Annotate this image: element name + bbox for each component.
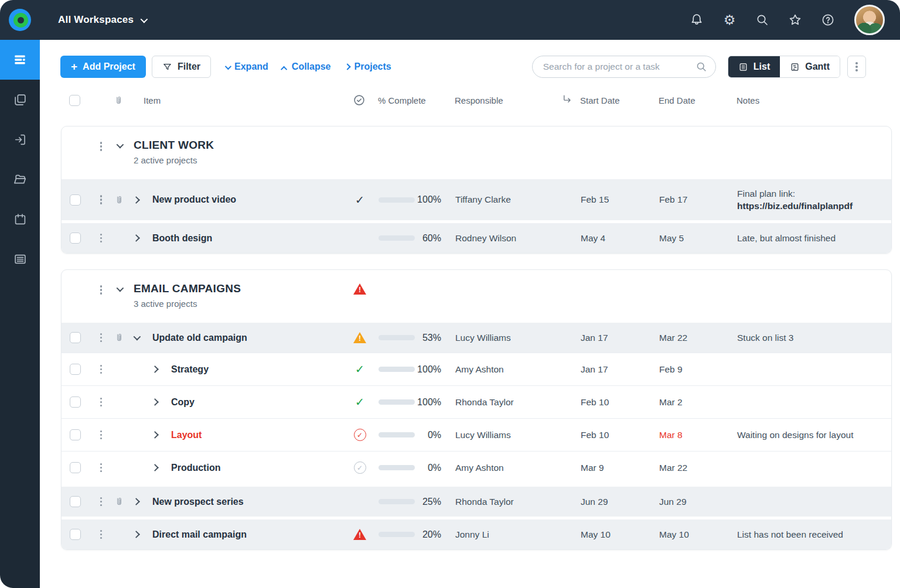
search-icon[interactable] [755,12,770,28]
row-checkbox[interactable] [70,429,81,440]
sidebar-item-project-list[interactable] [0,40,40,80]
kebab-icon[interactable] [100,398,103,407]
task-name[interactable]: Copy [163,397,348,408]
sidebar [0,40,40,588]
chevron-down-icon [225,63,231,70]
sidebar-item-notes[interactable] [0,239,40,279]
filter-button[interactable]: Filter [152,56,211,78]
expand-chevron-icon[interactable] [132,498,140,505]
expand-chevron-icon[interactable] [134,333,141,341]
projects-breadcrumb[interactable]: Projects [345,61,391,72]
expand-chevron-icon[interactable] [151,431,159,439]
progress-bar [379,532,415,537]
chevron-down-icon[interactable] [116,285,124,292]
kebab-icon[interactable] [100,195,103,204]
favorites-star-icon[interactable] [788,12,803,28]
expand-link[interactable]: Expand [225,61,268,72]
task-name[interactable]: Booth design [144,233,348,244]
progress-percent-label: 100% [415,364,441,375]
kebab-icon[interactable] [100,142,103,165]
end-date-column-header: End Date [659,95,737,105]
expand-chevron-icon[interactable] [132,531,140,538]
task-name[interactable]: Direct mail campaign [144,529,348,540]
progress-percent-label: 0% [415,463,441,473]
task-row[interactable]: Copy 100% Rhonda Taylor Feb 10 Mar 2 [62,385,891,418]
collapse-link[interactable]: Collapse [282,61,331,72]
task-name[interactable]: Production [163,463,348,473]
kebab-icon[interactable] [100,463,103,473]
task-name[interactable]: New prospect series [144,497,348,507]
app-logo[interactable] [0,0,40,40]
task-row[interactable]: Production 0% Amy Ashton Mar 9 Mar 22 [62,451,891,484]
notes-cell: Final plan link: https://biz.edu/finalpl… [737,179,891,220]
group-subtitle: 3 active projects [134,299,348,309]
task-row[interactable]: Update old campaign 53% Lucy Williams Ja… [62,320,891,353]
projects-table: Item % Complete Responsible Start Date E… [61,88,892,550]
expand-chevron-icon[interactable] [151,365,159,373]
expand-chevron-icon[interactable] [132,196,140,204]
sidebar-item-folders[interactable] [0,159,40,199]
progress-bar [379,432,415,437]
task-status-icon [354,429,366,441]
workspace-label: All Workspaces [58,14,134,26]
kebab-icon[interactable] [100,285,103,309]
expand-chevron-icon[interactable] [132,234,140,242]
sidebar-item-boards[interactable] [0,80,40,119]
expand-chevron-icon[interactable] [151,398,159,406]
task-row[interactable]: Strategy 100% Amy Ashton Jan 17 Feb 9 [62,353,891,385]
project-groups: CLIENT WORK 2 active projects New produc… [61,126,892,550]
task-row[interactable]: New prospect series 25% Rhonda Taylor Ju… [62,484,891,517]
row-checkbox[interactable] [70,233,81,244]
row-checkbox[interactable] [70,364,81,375]
search-field-wrap [532,56,716,78]
workspace-switcher[interactable]: All Workspaces [58,14,146,26]
expand-chevron-icon[interactable] [151,464,159,471]
end-date-cell: Mar 8 [659,430,737,440]
start-date-cell: Feb 15 [581,194,659,205]
row-checkbox[interactable] [70,462,81,473]
attachment-icon [110,497,128,507]
select-all-checkbox[interactable] [69,95,80,106]
task-name[interactable]: Layout [163,430,348,440]
project-list-icon [12,52,28,67]
toolbar-more-button[interactable] [847,56,866,78]
task-name[interactable]: Update old campaign [144,333,348,343]
list-view-button[interactable]: List [728,56,780,77]
sidebar-item-calendar[interactable] [0,199,40,239]
task-row[interactable]: Layout 0% Lucy Williams Feb 10 Mar 8 Wai… [62,418,891,451]
kebab-icon[interactable] [100,234,103,243]
gantt-view-button[interactable]: Gantt [780,56,840,77]
task-row[interactable]: New product video 100% Tiffany Clarke Fe… [62,176,891,220]
kebab-icon[interactable] [100,530,103,539]
progress-percent-label: 0% [415,430,441,440]
row-checkbox[interactable] [70,332,81,343]
kebab-icon[interactable] [100,430,103,440]
user-avatar[interactable] [854,5,885,35]
search-input[interactable] [532,56,716,78]
notifications-bell-icon[interactable] [689,12,704,28]
chevron-down-icon[interactable] [116,141,124,149]
task-status-icon [353,363,366,376]
task-row[interactable]: Booth design 60% Rodney Wilson May 4 May… [62,220,891,253]
task-row[interactable]: Direct mail campaign 20% Jonny Li May 10… [62,517,891,549]
task-name[interactable]: New product video [144,194,348,205]
progress-bar [379,197,415,203]
row-checkbox[interactable] [70,496,81,507]
row-checkbox[interactable] [70,194,81,206]
sidebar-item-sign-in[interactable] [0,119,40,159]
row-checkbox[interactable] [70,396,81,408]
toolbar: + Add Project Filter Expand Collapse Pro… [60,56,866,78]
progress-cell: 25% [371,497,441,507]
start-date-column-header: Start Date [580,95,659,105]
main-content: + Add Project Filter Expand Collapse Pro… [40,40,900,588]
settings-gear-icon[interactable]: ⚙ [722,12,737,28]
task-name[interactable]: Strategy [163,364,348,375]
kebab-icon[interactable] [100,365,103,374]
end-date-cell: May 10 [659,529,737,540]
progress-cell: 100% [371,364,441,375]
kebab-icon[interactable] [100,497,103,507]
kebab-icon[interactable] [100,333,103,343]
add-project-button[interactable]: + Add Project [60,56,146,78]
help-icon[interactable] [820,12,836,28]
row-checkbox[interactable] [70,529,81,540]
